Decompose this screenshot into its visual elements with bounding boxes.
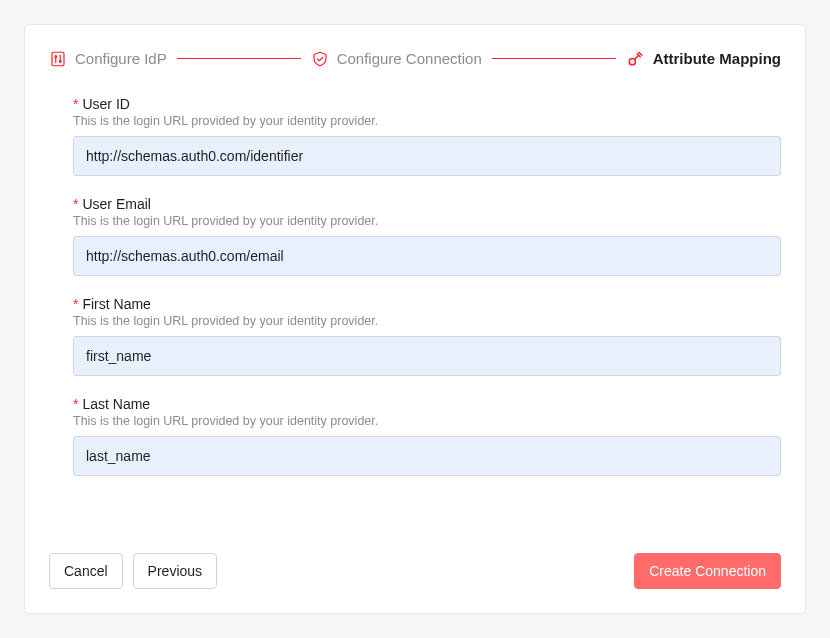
previous-button[interactable]: Previous <box>133 553 217 589</box>
create-connection-button[interactable]: Create Connection <box>634 553 781 589</box>
required-asterisk: * <box>73 396 78 412</box>
step-configure-idp[interactable]: Configure IdP <box>49 50 167 68</box>
stepper: Configure IdP Configure Connection <box>49 49 781 68</box>
user-id-input[interactable] <box>73 136 781 176</box>
form: *User ID This is the login URL provided … <box>49 96 781 541</box>
field-label-row: *First Name <box>73 296 781 312</box>
required-asterisk: * <box>73 296 78 312</box>
shield-check-icon <box>311 50 329 68</box>
field-last-name: *Last Name This is the login URL provide… <box>49 396 781 476</box>
svg-point-2 <box>55 55 57 57</box>
field-label-row: *Last Name <box>73 396 781 412</box>
field-label: Last Name <box>82 396 150 412</box>
field-label-row: *User ID <box>73 96 781 112</box>
field-label: User ID <box>82 96 129 112</box>
step-label: Configure Connection <box>337 50 482 67</box>
field-user-id: *User ID This is the login URL provided … <box>49 96 781 176</box>
svg-line-6 <box>634 55 638 59</box>
field-label: User Email <box>82 196 150 212</box>
step-configure-connection[interactable]: Configure Connection <box>311 50 482 68</box>
field-label-row: *User Email <box>73 196 781 212</box>
user-email-input[interactable] <box>73 236 781 276</box>
svg-line-9 <box>640 54 642 56</box>
field-hint: This is the login URL provided by your i… <box>73 414 781 428</box>
svg-rect-0 <box>52 52 64 66</box>
footer: Cancel Previous Create Connection <box>49 553 781 589</box>
field-label: First Name <box>82 296 150 312</box>
field-hint: This is the login URL provided by your i… <box>73 114 781 128</box>
step-label: Configure IdP <box>75 50 167 67</box>
plug-icon <box>626 49 645 68</box>
field-first-name: *First Name This is the login URL provid… <box>49 296 781 376</box>
last-name-input[interactable] <box>73 436 781 476</box>
svg-point-4 <box>59 60 61 62</box>
step-connector <box>177 58 301 59</box>
step-attribute-mapping[interactable]: Attribute Mapping <box>626 49 781 68</box>
step-connector <box>492 58 616 59</box>
sliders-icon <box>49 50 67 68</box>
field-hint: This is the login URL provided by your i… <box>73 314 781 328</box>
required-asterisk: * <box>73 196 78 212</box>
field-user-email: *User Email This is the login URL provid… <box>49 196 781 276</box>
first-name-input[interactable] <box>73 336 781 376</box>
step-label: Attribute Mapping <box>653 50 781 67</box>
cancel-button[interactable]: Cancel <box>49 553 123 589</box>
field-hint: This is the login URL provided by your i… <box>73 214 781 228</box>
attribute-mapping-card: Configure IdP Configure Connection <box>24 24 806 614</box>
required-asterisk: * <box>73 96 78 112</box>
